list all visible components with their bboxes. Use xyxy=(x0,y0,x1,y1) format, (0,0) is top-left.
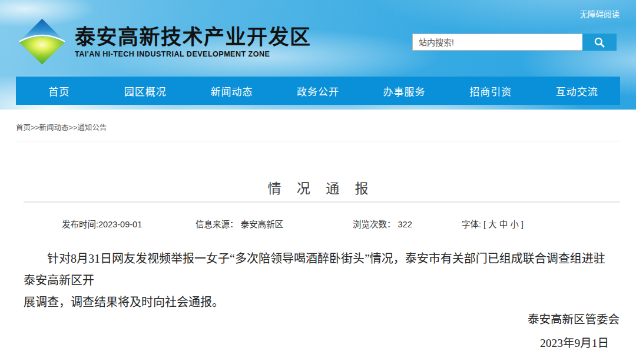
article-signature: 泰安高新区管委会 2023年9月1日 xyxy=(528,313,620,350)
logo-diamond-icon xyxy=(16,18,68,65)
view-count: 浏览次数： 322 xyxy=(353,217,412,230)
accessibility-link[interactable]: 无障碍阅读 xyxy=(580,8,620,19)
site-search xyxy=(412,34,617,51)
signature-author: 泰安高新区管委会 xyxy=(528,313,620,327)
breadcrumb-divider xyxy=(15,141,621,141)
main-nav: 首页 园区概况 新闻动态 政务公开 办事服务 招商引资 互动交流 xyxy=(16,77,620,105)
nav-item-gov-info[interactable]: 政务公开 xyxy=(275,77,362,105)
font-size-switch[interactable]: 字体: [ 大 中 小 ] xyxy=(462,217,524,230)
nav-item-overview[interactable]: 园区概况 xyxy=(102,77,189,105)
search-input[interactable] xyxy=(412,34,582,51)
site-title: 泰安高新技术产业开发区 xyxy=(75,25,312,49)
article-meta: 发布时间:2023-09-01 信息来源： 泰安高新区 浏览次数： 322 字体… xyxy=(0,217,636,229)
article-title: 情 况 通 报 xyxy=(0,177,636,197)
nav-item-news[interactable]: 新闻动态 xyxy=(188,77,275,105)
info-source: 信息来源： 泰安高新区 xyxy=(196,217,283,230)
site-logo[interactable]: 泰安高新技术产业开发区 TAI'AN HI-TECH INDUSTRIAL DE… xyxy=(16,18,312,65)
breadcrumb[interactable]: 首页>>新闻动态>>通知公告 xyxy=(16,121,107,133)
page: { "header": { "accessibility_link": "无障碍… xyxy=(0,0,636,364)
publish-time: 发布时间:2023-09-01 xyxy=(62,217,142,230)
logo-text: 泰安高新技术产业开发区 TAI'AN HI-TECH INDUSTRIAL DE… xyxy=(75,25,312,58)
title-divider xyxy=(24,201,620,203)
article-body: 针对8月31日网友发视频举报一女子“多次陪领导喝酒醉卧街头”情况，泰安市有关部门… xyxy=(24,248,612,313)
search-button[interactable] xyxy=(582,34,617,51)
nav-item-investment[interactable]: 招商引资 xyxy=(448,77,534,105)
nav-item-interact[interactable]: 互动交流 xyxy=(534,77,620,105)
body-line: 展调查，调查结果将及时向社会通报。 xyxy=(24,292,612,313)
nav-item-home[interactable]: 首页 xyxy=(16,77,102,105)
signature-date: 2023年9月1日 xyxy=(528,336,620,350)
nav-item-services[interactable]: 办事服务 xyxy=(361,77,448,105)
search-icon xyxy=(594,37,605,48)
body-line: 针对8月31日网友发视频举报一女子“多次陪领导喝酒醉卧街头”情况，泰安市有关部门… xyxy=(24,248,612,292)
site-subtitle: TAI'AN HI-TECH INDUSTRIAL DEVELOPMENT ZO… xyxy=(75,50,312,58)
